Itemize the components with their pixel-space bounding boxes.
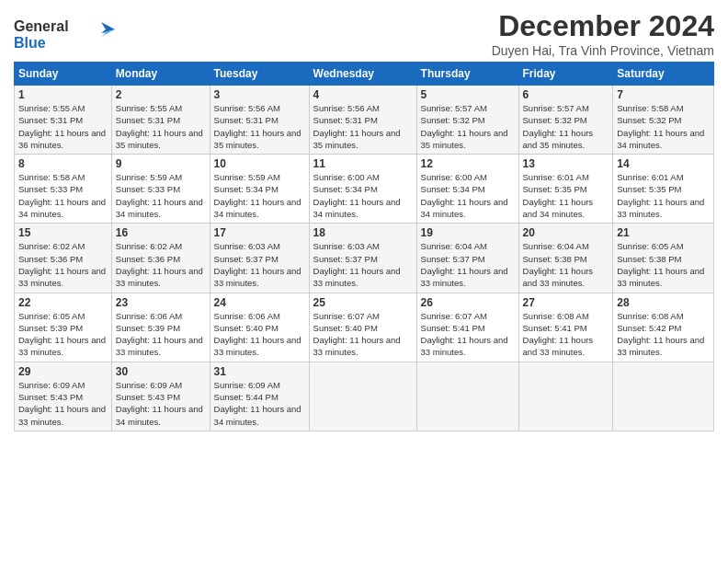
day-info: Sunrise: 6:04 AMSunset: 5:38 PMDaylight:… [523, 241, 594, 288]
day-number: 31 [214, 365, 305, 378]
table-row: 28Sunrise: 6:08 AMSunset: 5:42 PMDayligh… [613, 293, 714, 362]
table-row: 16Sunrise: 6:02 AMSunset: 5:36 PMDayligh… [111, 224, 210, 293]
logo: General Blue [14, 13, 115, 58]
table-row [613, 362, 714, 431]
day-info: Sunrise: 6:00 AMSunset: 5:34 PMDaylight:… [313, 172, 401, 219]
day-info: Sunrise: 5:58 AMSunset: 5:32 PMDaylight:… [617, 103, 704, 150]
table-row: 22Sunrise: 6:05 AMSunset: 5:39 PMDayligh… [15, 293, 112, 362]
table-row: 4Sunrise: 5:56 AMSunset: 5:31 PMDaylight… [309, 86, 416, 155]
day-number: 13 [523, 157, 609, 170]
day-info: Sunrise: 6:03 AMSunset: 5:37 PMDaylight:… [313, 241, 401, 288]
table-row: 18Sunrise: 6:03 AMSunset: 5:37 PMDayligh… [309, 224, 416, 293]
day-number: 22 [18, 296, 108, 309]
calendar-week-row: 1Sunrise: 5:55 AMSunset: 5:31 PMDaylight… [15, 86, 714, 155]
day-number: 20 [523, 226, 609, 239]
svg-text:General: General [14, 18, 69, 34]
day-info: Sunrise: 5:57 AMSunset: 5:32 PMDaylight:… [421, 103, 508, 150]
day-info: Sunrise: 6:01 AMSunset: 5:35 PMDaylight:… [523, 172, 594, 219]
day-number: 6 [523, 88, 609, 101]
day-info: Sunrise: 5:55 AMSunset: 5:31 PMDaylight:… [18, 103, 106, 150]
table-row: 30Sunrise: 6:09 AMSunset: 5:43 PMDayligh… [111, 362, 210, 431]
day-info: Sunrise: 5:58 AMSunset: 5:33 PMDaylight:… [18, 172, 106, 219]
col-monday: Monday [111, 63, 210, 86]
day-info: Sunrise: 6:08 AMSunset: 5:41 PMDaylight:… [523, 311, 594, 358]
table-row: 10Sunrise: 5:59 AMSunset: 5:34 PMDayligh… [210, 155, 309, 224]
table-row [309, 362, 416, 431]
table-row: 11Sunrise: 6:00 AMSunset: 5:34 PMDayligh… [309, 155, 416, 224]
table-row: 1Sunrise: 5:55 AMSunset: 5:31 PMDaylight… [15, 86, 112, 155]
table-row: 9Sunrise: 5:59 AMSunset: 5:33 PMDaylight… [111, 155, 210, 224]
day-number: 27 [523, 296, 609, 309]
day-info: Sunrise: 5:59 AMSunset: 5:34 PMDaylight:… [214, 172, 301, 219]
day-number: 24 [214, 296, 305, 309]
col-thursday: Thursday [416, 63, 518, 86]
day-number: 9 [116, 157, 206, 170]
day-number: 19 [421, 226, 515, 239]
day-info: Sunrise: 6:09 AMSunset: 5:43 PMDaylight:… [116, 380, 203, 427]
table-row: 19Sunrise: 6:04 AMSunset: 5:37 PMDayligh… [416, 224, 518, 293]
table-row: 15Sunrise: 6:02 AMSunset: 5:36 PMDayligh… [15, 224, 112, 293]
calendar-week-row: 29Sunrise: 6:09 AMSunset: 5:43 PMDayligh… [15, 362, 714, 431]
day-number: 25 [313, 296, 413, 309]
day-number: 7 [617, 88, 710, 101]
calendar-week-row: 8Sunrise: 5:58 AMSunset: 5:33 PMDaylight… [15, 155, 714, 224]
day-info: Sunrise: 6:02 AMSunset: 5:36 PMDaylight:… [116, 241, 203, 288]
table-row: 13Sunrise: 6:01 AMSunset: 5:35 PMDayligh… [518, 155, 613, 224]
day-info: Sunrise: 6:06 AMSunset: 5:39 PMDaylight:… [116, 311, 203, 358]
day-info: Sunrise: 5:59 AMSunset: 5:33 PMDaylight:… [116, 172, 203, 219]
table-row: 8Sunrise: 5:58 AMSunset: 5:33 PMDaylight… [15, 155, 112, 224]
day-number: 14 [617, 157, 710, 170]
table-row: 31Sunrise: 6:09 AMSunset: 5:44 PMDayligh… [210, 362, 309, 431]
day-info: Sunrise: 6:09 AMSunset: 5:43 PMDaylight:… [18, 380, 106, 427]
table-row: 27Sunrise: 6:08 AMSunset: 5:41 PMDayligh… [518, 293, 613, 362]
col-tuesday: Tuesday [210, 63, 309, 86]
col-saturday: Saturday [613, 63, 714, 86]
table-row: 2Sunrise: 5:55 AMSunset: 5:31 PMDaylight… [111, 86, 210, 155]
day-info: Sunrise: 5:56 AMSunset: 5:31 PMDaylight:… [313, 103, 401, 150]
day-info: Sunrise: 6:07 AMSunset: 5:40 PMDaylight:… [313, 311, 401, 358]
header-row: General Blue December 2024 Duyen Hai, Tr… [14, 9, 714, 58]
day-info: Sunrise: 6:02 AMSunset: 5:36 PMDaylight:… [18, 241, 106, 288]
logo-text: General Blue [14, 13, 115, 58]
col-friday: Friday [518, 63, 613, 86]
table-row: 5Sunrise: 5:57 AMSunset: 5:32 PMDaylight… [416, 86, 518, 155]
table-row: 6Sunrise: 5:57 AMSunset: 5:32 PMDaylight… [518, 86, 613, 155]
day-info: Sunrise: 6:00 AMSunset: 5:34 PMDaylight:… [421, 172, 508, 219]
table-row: 24Sunrise: 6:06 AMSunset: 5:40 PMDayligh… [210, 293, 309, 362]
day-number: 11 [313, 157, 413, 170]
svg-text:Blue: Blue [14, 35, 46, 51]
table-row: 21Sunrise: 6:05 AMSunset: 5:38 PMDayligh… [613, 224, 714, 293]
day-number: 18 [313, 226, 413, 239]
table-row [518, 362, 613, 431]
calendar-header-row: Sunday Monday Tuesday Wednesday Thursday… [15, 63, 714, 86]
day-number: 4 [313, 88, 413, 101]
calendar-table: Sunday Monday Tuesday Wednesday Thursday… [14, 62, 714, 431]
day-number: 17 [214, 226, 305, 239]
table-row: 20Sunrise: 6:04 AMSunset: 5:38 PMDayligh… [518, 224, 613, 293]
table-row: 17Sunrise: 6:03 AMSunset: 5:37 PMDayligh… [210, 224, 309, 293]
title-block: December 2024 Duyen Hai, Tra Vinh Provin… [492, 9, 714, 58]
calendar-week-row: 15Sunrise: 6:02 AMSunset: 5:36 PMDayligh… [15, 224, 714, 293]
day-number: 23 [116, 296, 206, 309]
table-row: 7Sunrise: 5:58 AMSunset: 5:32 PMDaylight… [613, 86, 714, 155]
subtitle: Duyen Hai, Tra Vinh Province, Vietnam [492, 43, 714, 58]
day-info: Sunrise: 6:05 AMSunset: 5:39 PMDaylight:… [18, 311, 106, 358]
day-number: 2 [116, 88, 206, 101]
day-number: 21 [617, 226, 710, 239]
day-info: Sunrise: 6:01 AMSunset: 5:35 PMDaylight:… [617, 172, 704, 219]
table-row: 26Sunrise: 6:07 AMSunset: 5:41 PMDayligh… [416, 293, 518, 362]
col-wednesday: Wednesday [309, 63, 416, 86]
table-row: 12Sunrise: 6:00 AMSunset: 5:34 PMDayligh… [416, 155, 518, 224]
day-number: 26 [421, 296, 515, 309]
day-number: 15 [18, 226, 108, 239]
day-info: Sunrise: 6:07 AMSunset: 5:41 PMDaylight:… [421, 311, 508, 358]
table-row: 14Sunrise: 6:01 AMSunset: 5:35 PMDayligh… [613, 155, 714, 224]
day-number: 5 [421, 88, 515, 101]
page-container: General Blue December 2024 Duyen Hai, Tr… [0, 0, 728, 441]
day-info: Sunrise: 5:55 AMSunset: 5:31 PMDaylight:… [116, 103, 203, 150]
day-info: Sunrise: 6:09 AMSunset: 5:44 PMDaylight:… [214, 380, 301, 427]
col-sunday: Sunday [15, 63, 112, 86]
table-row: 29Sunrise: 6:09 AMSunset: 5:43 PMDayligh… [15, 362, 112, 431]
day-number: 8 [18, 157, 108, 170]
day-number: 10 [214, 157, 305, 170]
